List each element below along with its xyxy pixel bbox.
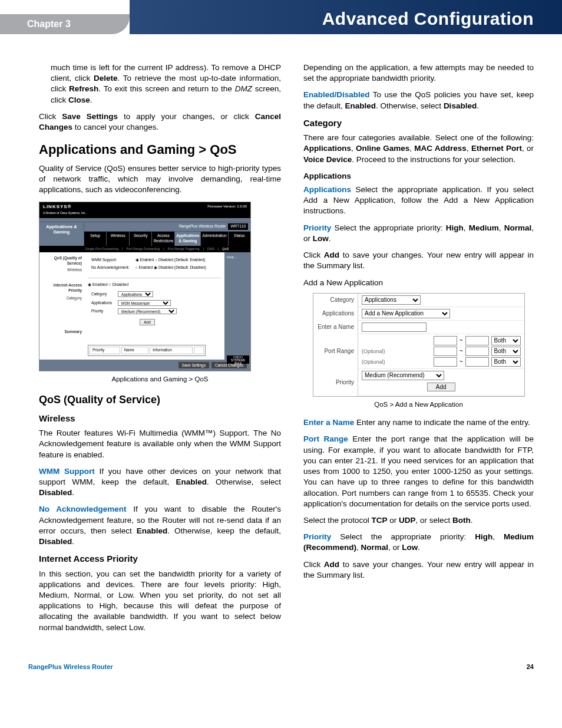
proto-select-1[interactable]: Both bbox=[491, 336, 521, 345]
subtab-qos[interactable]: QoS bbox=[222, 247, 229, 251]
side-label-wireless: Wireless bbox=[42, 268, 82, 273]
section-title: Applications & Gaming bbox=[39, 222, 84, 245]
port-from-2[interactable] bbox=[434, 347, 457, 356]
proto-select-2[interactable]: Both bbox=[491, 347, 521, 356]
enabled-disabled-paragraph: Enabled/Disabled To use the QoS policies… bbox=[303, 90, 534, 111]
applications-select[interactable]: MSN Messenger bbox=[118, 300, 171, 306]
label-port-range: Port Range bbox=[313, 334, 358, 368]
tab-security[interactable]: Security bbox=[130, 232, 152, 246]
help-link[interactable]: Help... bbox=[227, 255, 237, 259]
caption-add-app: QoS > Add a New Application bbox=[303, 400, 534, 410]
heading-iap: Internet Access Priority bbox=[39, 553, 281, 565]
cisco-logo: CISCO SYSTEMSıllıılıılı bbox=[227, 355, 249, 364]
depending-paragraph: Depending on the application, a few atte… bbox=[303, 62, 534, 84]
tab-admin[interactable]: Administration bbox=[201, 232, 228, 246]
category-select[interactable]: Applications bbox=[118, 291, 153, 297]
priority-select[interactable]: Medium (Recommend) bbox=[118, 308, 177, 314]
enter-name-paragraph: Enter a Name Enter any name to indicate … bbox=[303, 417, 534, 428]
brand-logo: LINKSYS® bbox=[43, 204, 72, 209]
port-range-paragraph: Port Range Enter the port range that the… bbox=[303, 434, 534, 509]
port-to-3[interactable] bbox=[465, 357, 489, 367]
side-label-category: Category bbox=[42, 296, 82, 301]
add-button[interactable]: Add bbox=[140, 319, 155, 325]
wireless-desc: The Router features Wi-Fi Multimedia (WM… bbox=[39, 428, 281, 460]
subtab-spf[interactable]: Single Port Forwarding bbox=[85, 247, 118, 251]
firmware-label: Firmware Version: 1.0.00 bbox=[207, 204, 247, 217]
add2-paragraph: Click Add to save your changes. Your new… bbox=[303, 559, 534, 581]
add-category-select[interactable]: Applications bbox=[362, 295, 421, 305]
tab-setup[interactable]: Setup bbox=[84, 232, 107, 246]
screenshot-add-application: Category Applications Applications Add a… bbox=[313, 293, 525, 397]
priority2-paragraph: Priority Select the appropriate priority… bbox=[303, 532, 534, 553]
model-label: RangePlus Wireless Router bbox=[179, 224, 226, 229]
product-name: RangePlus Wireless Router bbox=[28, 663, 113, 671]
tab-status[interactable]: Status bbox=[229, 232, 250, 246]
add-new-app-label: Add a New Application bbox=[303, 278, 534, 288]
enter-name-input[interactable] bbox=[362, 322, 427, 332]
add-priority-select[interactable]: Medium (Recommend) bbox=[362, 371, 444, 380]
iap-desc: In this section, you can set the bandwid… bbox=[39, 569, 281, 633]
tab-apps-gaming[interactable]: Applications & Gaming bbox=[175, 232, 201, 246]
save-settings-button[interactable]: Save Settings bbox=[178, 362, 209, 368]
priority-paragraph: Priority Select the appropriate priority… bbox=[303, 223, 534, 244]
protocol-paragraph: Select the protocol TCP or UDP, or selec… bbox=[303, 515, 534, 526]
page-footer: RangePlus Wireless Router 24 bbox=[0, 657, 562, 689]
dhcp-paragraph: much time is left for the current IP add… bbox=[51, 62, 281, 106]
chapter-label: Chapter 3 bbox=[27, 18, 71, 31]
left-column: much time is left for the current IP add… bbox=[39, 62, 281, 639]
label-category: Category bbox=[313, 294, 358, 307]
heading-applications: Applications bbox=[303, 171, 534, 182]
screenshot-qos-page: LINKSYS® A Division of Cisco Systems, In… bbox=[39, 202, 251, 371]
subtab-dmz[interactable]: DMZ bbox=[207, 247, 214, 251]
label-priority: Priority bbox=[313, 368, 358, 396]
add-paragraph: Click Add to save your changes. Your new… bbox=[303, 250, 534, 271]
right-column: Depending on the application, a few atte… bbox=[303, 62, 534, 639]
port-from-3[interactable] bbox=[434, 357, 457, 367]
page-title: Advanced Configuration bbox=[322, 7, 534, 31]
side-label-summary: Summary bbox=[42, 330, 82, 335]
category-paragraph: There are four categories available. Sel… bbox=[303, 133, 534, 165]
label-applications: Applications bbox=[313, 307, 358, 320]
save-paragraph: Click Save Settings to apply your change… bbox=[39, 111, 281, 133]
heading-wireless: Wireless bbox=[39, 413, 281, 424]
subtab-prf[interactable]: Port Range Forwarding bbox=[126, 247, 160, 251]
add-applications-select[interactable]: Add a New Application bbox=[362, 309, 450, 318]
applications-paragraph: Applications Select the appropriate appl… bbox=[303, 185, 534, 217]
heading-category: Category bbox=[303, 117, 534, 129]
heading-qos: QoS (Quality of Service) bbox=[39, 393, 281, 407]
caption-qos: Applications and Gaming > QoS bbox=[39, 375, 281, 384]
qos-description: Quality of Service (QoS) ensures better … bbox=[39, 163, 281, 196]
proto-select-3[interactable]: Both bbox=[491, 357, 521, 367]
tab-access[interactable]: Access Restrictions bbox=[152, 232, 175, 246]
heading-apps-gaming-qos: Applications and Gaming > QoS bbox=[39, 141, 281, 159]
page-header: Chapter 3 Advanced Configuration bbox=[0, 0, 562, 38]
port-from-1[interactable] bbox=[434, 336, 457, 345]
add-app-button[interactable]: Add bbox=[427, 383, 455, 391]
model-code: WRT110 bbox=[228, 223, 248, 230]
wmm-paragraph: WMM Support If you have other devices on… bbox=[39, 466, 281, 499]
side-label-iap: Internet Access Priority bbox=[42, 283, 82, 294]
label-enter-name: Enter a Name bbox=[313, 320, 358, 334]
port-to-1[interactable] bbox=[465, 336, 489, 345]
subtab-prt[interactable]: Port Range Triggering bbox=[168, 247, 200, 251]
noack-paragraph: No Acknowledgement If you want to disabl… bbox=[39, 504, 281, 547]
side-label-qos: QoS (Quality of Service) bbox=[42, 256, 82, 266]
tab-wireless[interactable]: Wireless bbox=[107, 232, 129, 246]
page-number: 24 bbox=[527, 663, 534, 671]
port-to-2[interactable] bbox=[465, 347, 489, 356]
